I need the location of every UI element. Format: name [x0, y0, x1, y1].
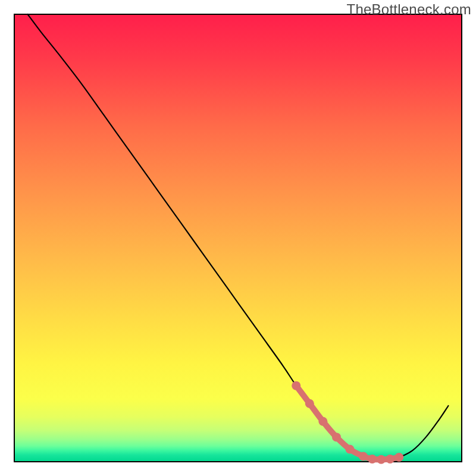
bottleneck-chart	[0, 0, 476, 476]
highlight-point	[394, 453, 403, 462]
highlight-point	[292, 381, 300, 390]
highlight-point	[305, 399, 314, 408]
highlight-point	[318, 417, 327, 426]
highlight-point	[368, 455, 377, 464]
chart-frame: TheBottleneck.com	[0, 0, 476, 476]
highlight-point	[346, 444, 355, 453]
highlight-point	[359, 452, 368, 461]
highlight-point	[377, 455, 386, 464]
highlight-point	[332, 433, 341, 441]
watermark-text: TheBottleneck.com	[346, 1, 471, 18]
gradient-background	[14, 14, 462, 462]
highlight-point	[386, 455, 394, 464]
